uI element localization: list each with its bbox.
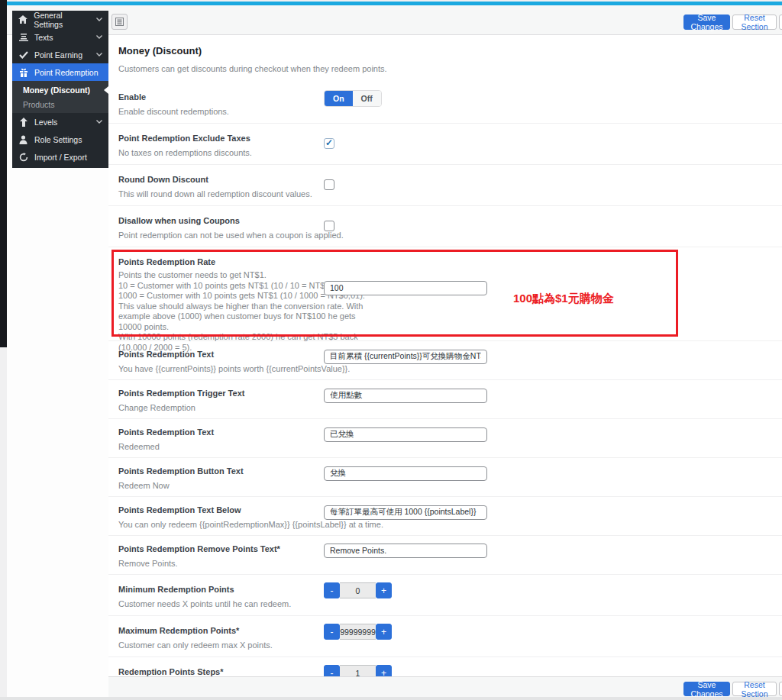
sidebar-item-point-redemption[interactable]: Point Redemption xyxy=(12,63,108,81)
setting-row-remove-points-text: Points Redemption Remove Points Text* Re… xyxy=(108,536,782,575)
point-redemption-submenu: Money (Discount) Products xyxy=(12,81,108,113)
sidebar-item-label: Import / Export xyxy=(34,153,87,162)
setting-description: Redeemed xyxy=(118,442,782,452)
window-edge-strip xyxy=(0,0,7,347)
refresh-icon xyxy=(18,153,28,162)
window-bottom-edge xyxy=(0,697,782,700)
chevron-down-icon xyxy=(96,120,102,124)
remove-points-text-input[interactable] xyxy=(324,544,487,558)
setting-description: You have {{currentPoints}} points worth … xyxy=(118,364,782,374)
setting-description: Enable discount redemptions. xyxy=(118,107,782,117)
check-icon xyxy=(18,51,28,59)
footer-bar xyxy=(108,676,782,697)
setting-description: Remove Points. xyxy=(118,559,782,569)
sidebar-item-label: Point Redemption xyxy=(34,68,98,77)
setting-label: Redemption Points Steps* xyxy=(118,667,782,676)
sidebar-item-label: Money (Discount) xyxy=(23,85,90,95)
sidebar-item-role-settings[interactable]: Role Settings xyxy=(12,131,108,148)
trigger-text-input[interactable] xyxy=(324,389,487,403)
setting-label: Points Redemption Rate xyxy=(118,257,782,266)
sidebar-collapse-button[interactable] xyxy=(111,14,128,30)
setting-label: Disallow when using Coupons xyxy=(118,216,782,225)
sidebar-item-label: Role Settings xyxy=(34,135,82,144)
sidebar-item-label: Texts xyxy=(34,33,53,42)
setting-description: Change Redemption xyxy=(118,403,782,413)
setting-description: No taxes on redemptions discounts. xyxy=(118,148,782,158)
max-points-stepper: - 99999999 + xyxy=(324,624,392,640)
sidebar-item-point-earning[interactable]: Point Earning xyxy=(12,46,108,63)
setting-label: Enable xyxy=(118,92,782,102)
cutoff-button-bottom[interactable] xyxy=(779,682,782,696)
gift-icon xyxy=(18,68,28,77)
save-changes-button-top[interactable]: Save Changes xyxy=(683,15,730,30)
setting-row-text-below: Points Redemption Text Below You can onl… xyxy=(108,497,782,536)
menu-icon xyxy=(115,18,124,26)
setting-label: Maximum Redemption Points* xyxy=(118,626,782,635)
chevron-down-icon xyxy=(96,18,102,21)
sidebar-item-label: General Settings xyxy=(34,11,90,29)
setting-description: You can only redeem {{pointRedemptionMax… xyxy=(118,520,782,530)
min-points-stepper: - 0 + xyxy=(324,582,392,598)
setting-label: Point Redemption Exclude Taxes xyxy=(118,134,782,143)
setting-row-trigger-text: Points Redemption Trigger Text Change Re… xyxy=(108,380,782,419)
sidebar-item-label: Point Earning xyxy=(34,50,82,60)
save-changes-button-bottom[interactable]: Save Changes xyxy=(683,682,730,696)
redeemed-text-input[interactable] xyxy=(324,427,487,442)
sidebar-item-general-settings[interactable]: General Settings xyxy=(12,11,108,28)
setting-description: Point redemption can not be used when a … xyxy=(118,231,782,240)
setting-description: Customer needs X points until he can red… xyxy=(118,599,782,609)
minus-button[interactable]: - xyxy=(324,582,340,598)
redemption-text-input[interactable] xyxy=(324,350,487,364)
setting-row-redemption-rate: Points Redemption Rate Points the custom… xyxy=(108,247,782,341)
red-annotation-text: 100點為$1元購物金 xyxy=(513,292,614,306)
sidebar-item-label: Products xyxy=(23,100,54,109)
setting-row-disallow-coupons: Disallow when using Coupons Point redemp… xyxy=(108,206,782,247)
texts-icon xyxy=(18,34,28,41)
min-points-value[interactable]: 0 xyxy=(340,582,376,598)
text-below-input[interactable] xyxy=(324,505,487,520)
exclude-taxes-checkbox[interactable] xyxy=(324,138,334,149)
sidebar-item-products[interactable]: Products xyxy=(12,97,108,111)
chevron-down-icon xyxy=(96,35,102,39)
settings-content: Money (Discount) Customers can get disco… xyxy=(108,35,782,698)
disallow-coupons-checkbox[interactable] xyxy=(324,221,334,231)
setting-description: Customer can only redeem max X points. xyxy=(118,640,782,650)
setting-row-button-text: Points Redemption Button Text Redeem Now xyxy=(108,458,782,497)
sidebar-item-levels[interactable]: Levels xyxy=(12,113,108,131)
toggle-off-button[interactable]: Off xyxy=(353,91,381,106)
plus-button[interactable]: + xyxy=(376,582,392,598)
sidebar-item-label: Levels xyxy=(34,118,57,127)
minus-button[interactable]: - xyxy=(324,624,340,640)
desc-line: Points the customer needs to get NT$1. xyxy=(118,270,378,281)
title-block: Money (Discount) Customers can get disco… xyxy=(108,35,782,82)
setting-label: Round Down Discount xyxy=(118,175,782,184)
sidebar-item-import-export[interactable]: Import / Export xyxy=(12,148,108,166)
sidebar-item-money-discount[interactable]: Money (Discount) xyxy=(12,82,108,97)
setting-row-max-points: Maximum Redemption Points* Customer can … xyxy=(108,616,782,657)
max-points-value[interactable]: 99999999 xyxy=(340,624,376,640)
setting-label: Minimum Redemption Points xyxy=(118,585,782,594)
setting-row-redemption-text: Points Redemption Text You have {{curren… xyxy=(108,341,782,380)
round-down-checkbox[interactable] xyxy=(324,179,334,190)
page-description: Customers can get discounts during check… xyxy=(118,64,782,73)
arrow-up-icon xyxy=(18,118,28,127)
sidebar: General Settings Texts Point Earning Poi… xyxy=(12,11,108,168)
page-title: Money (Discount) xyxy=(118,45,782,56)
user-icon xyxy=(18,135,28,144)
desc-line: This value should always be higher than … xyxy=(118,302,378,333)
chevron-down-icon xyxy=(96,53,102,56)
setting-row-min-points: Minimum Redemption Points Customer needs… xyxy=(108,575,782,616)
sidebar-item-texts[interactable]: Texts xyxy=(12,28,108,46)
reset-section-button-top[interactable]: Reset Section xyxy=(732,15,777,30)
setting-row-round-down: Round Down Discount This will round down… xyxy=(108,165,782,206)
setting-row-enable: Enable Enable discount redemptions. On O… xyxy=(108,82,782,124)
reset-section-button-bottom[interactable]: Reset Section xyxy=(732,682,777,696)
setting-description: This will round down all redemption disc… xyxy=(118,189,782,199)
setting-row-redeemed-text: Points Redemption Text Redeemed xyxy=(108,419,782,458)
button-text-input[interactable] xyxy=(324,466,487,481)
redemption-rate-input[interactable] xyxy=(324,281,487,295)
cutoff-button-top[interactable] xyxy=(779,15,782,30)
plus-button[interactable]: + xyxy=(376,624,392,640)
toggle-on-button[interactable]: On xyxy=(325,91,353,106)
enable-toggle: On Off xyxy=(324,90,382,107)
